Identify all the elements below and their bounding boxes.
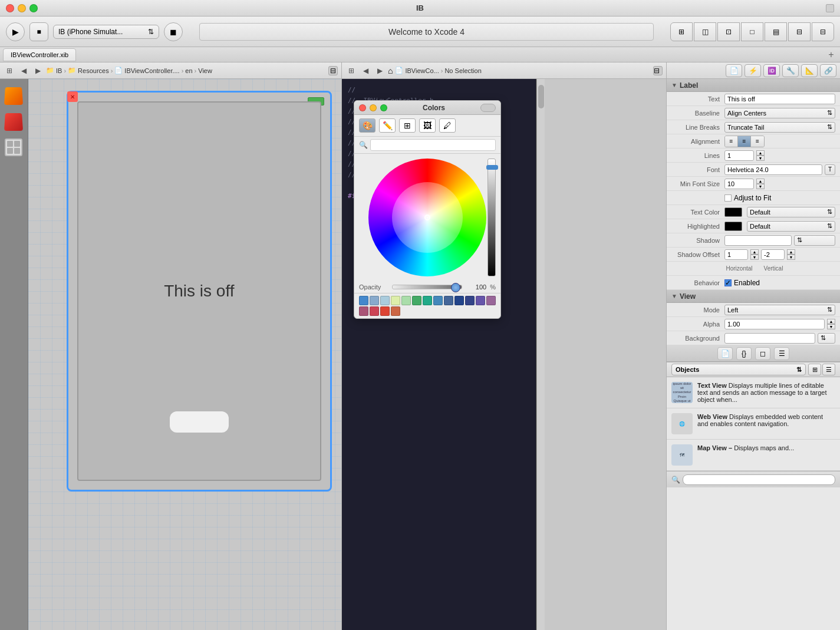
shadowoffset-h-increment[interactable]: ▲ — [750, 249, 759, 255]
breadcrumb-view[interactable]: View — [198, 67, 212, 74]
view-btn-debug[interactable]: ◫ — [694, 22, 716, 41]
cube-red-icon[interactable] — [3, 111, 24, 132]
scrollbar-thumb[interactable] — [538, 85, 544, 108]
alpha-input[interactable] — [724, 319, 825, 329]
brightness-slider-thumb[interactable] — [486, 165, 498, 170]
opacity-thumb[interactable] — [451, 283, 460, 292]
cube-orange-icon[interactable] — [3, 85, 24, 106]
inspector-identity-btn[interactable]: 🆔 — [763, 64, 780, 77]
color-swatch[interactable] — [476, 296, 485, 305]
color-swatch[interactable] — [454, 296, 464, 305]
background-swatch[interactable] — [724, 333, 815, 344]
view-btn-utilities[interactable]: ⊟ — [788, 22, 811, 41]
breadcrumb-ib[interactable]: IB — [56, 67, 62, 74]
iphone-close-button[interactable]: ✕ — [67, 91, 78, 102]
shadow-swatch[interactable] — [724, 235, 792, 246]
grid-view-icon[interactable] — [3, 137, 24, 158]
color-swatch[interactable] — [380, 306, 390, 316]
minfont-decrement-button[interactable]: ▼ — [756, 184, 765, 189]
code-back-button[interactable]: ◀ — [360, 65, 371, 77]
color-swatch[interactable] — [486, 296, 496, 305]
shadowoffset-h-input[interactable] — [724, 249, 748, 260]
color-swatch[interactable] — [391, 296, 400, 305]
close-button[interactable] — [6, 4, 14, 12]
adjusttofit-checkbox[interactable] — [724, 194, 732, 202]
font-input[interactable] — [724, 164, 822, 175]
highlighted-dropdown[interactable]: Default ⇅ — [747, 221, 835, 232]
shadowoffset-v-input[interactable] — [761, 249, 785, 260]
shadowoffset-v-increment[interactable]: ▲ — [787, 249, 795, 255]
color-swatch[interactable] — [380, 296, 390, 305]
text-input[interactable] — [724, 94, 835, 104]
alpha-decrement[interactable]: ▼ — [827, 324, 835, 329]
view-btn-organizer[interactable]: ⊟ — [812, 22, 834, 41]
grid-icon[interactable]: ⊞ — [4, 65, 15, 77]
lines-input[interactable] — [724, 150, 754, 161]
behavior-enabled-checkbox[interactable]: ✓ — [724, 279, 732, 286]
lines-increment-button[interactable]: ▲ — [756, 150, 765, 156]
inspector-tab-object[interactable]: ◻ — [755, 347, 770, 360]
colors-search-input[interactable] — [370, 139, 496, 151]
view-section-collapse-icon[interactable]: ▼ — [671, 293, 677, 299]
iphone-toggle-button[interactable] — [170, 411, 229, 433]
colors-switch[interactable] — [480, 104, 496, 112]
zoom-button[interactable] — [29, 4, 38, 12]
stop-button[interactable]: ■ — [29, 22, 48, 41]
code-scrollbar[interactable] — [536, 79, 545, 630]
add-tab-button[interactable]: + — [825, 49, 837, 61]
breadcrumb-resources[interactable]: Resources — [78, 67, 109, 74]
color-image-mode-btn[interactable]: 🖼 — [419, 118, 436, 133]
code-grid-icon[interactable]: ⊞ — [345, 65, 357, 77]
color-swatch[interactable] — [359, 306, 368, 316]
colors-minimize-btn[interactable] — [370, 104, 377, 111]
baseline-dropdown[interactable]: Align Centers ⇅ — [724, 108, 835, 118]
view-btn-assistant[interactable]: ⊡ — [717, 22, 740, 41]
color-crayon-mode-btn[interactable]: ✏️ — [379, 118, 396, 133]
run-button[interactable]: ▶ — [6, 22, 25, 41]
objects-list-view-button[interactable]: ☰ — [822, 364, 835, 375]
toggle-code-button[interactable]: ⊟ — [653, 66, 663, 75]
view-btn-standard[interactable]: □ — [741, 22, 763, 41]
inspector-file-btn[interactable]: 📄 — [726, 64, 742, 77]
color-wheel-mode-btn[interactable]: 🎨 — [359, 118, 375, 133]
color-wheel[interactable] — [368, 159, 486, 276]
code-forward-button[interactable]: ▶ — [374, 65, 386, 77]
color-swatch[interactable] — [370, 306, 379, 316]
brightness-slider[interactable] — [487, 159, 496, 276]
opacity-slider[interactable] — [392, 285, 462, 289]
color-swatch[interactable] — [412, 296, 421, 305]
back-nav-button[interactable]: ◀ — [18, 65, 29, 77]
inspector-quick-btn[interactable]: ⚡ — [745, 64, 761, 77]
colors-zoom-btn[interactable] — [380, 104, 387, 111]
inspector-attr-btn[interactable]: 🔧 — [782, 64, 799, 77]
objects-search-input[interactable] — [683, 474, 835, 485]
view-btn-inspectors[interactable]: ▤ — [765, 22, 787, 41]
inspector-connect-btn[interactable]: 🔗 — [820, 64, 836, 77]
mode-dropdown[interactable]: Left ⇅ — [724, 305, 835, 315]
inspector-size-btn[interactable]: 📐 — [801, 64, 818, 77]
minimize-button[interactable] — [18, 4, 26, 12]
code-breadcrumb-nosel[interactable]: No Selection — [444, 67, 481, 74]
align-left-button[interactable]: ≡ — [725, 136, 738, 147]
textcolor-swatch[interactable] — [724, 207, 742, 217]
color-swatch[interactable] — [423, 296, 432, 305]
tab-ibviewcontroller[interactable]: IBViewController.xib — [3, 48, 76, 61]
linebreaks-dropdown[interactable]: Truncate Tail ⇅ — [724, 122, 835, 133]
shadowoffset-v-decrement[interactable]: ▼ — [787, 255, 795, 260]
inspector-tab-file[interactable]: 📄 — [717, 347, 733, 360]
color-swatch[interactable] — [444, 296, 453, 305]
colors-close-btn[interactable] — [359, 104, 366, 111]
align-right-button[interactable]: ≡ — [751, 136, 764, 147]
objects-grid-view-button[interactable]: ⊞ — [808, 364, 821, 375]
forward-nav-button[interactable]: ▶ — [32, 65, 44, 77]
breadcrumb-en[interactable]: en — [185, 67, 192, 74]
code-breadcrumb-file[interactable]: IBViewCo... — [405, 67, 439, 74]
textcolor-dropdown[interactable]: Default ⇅ — [747, 207, 835, 217]
minfont-input[interactable] — [724, 179, 754, 189]
color-wheel-cursor[interactable] — [424, 215, 430, 220]
color-swatch[interactable] — [465, 296, 475, 305]
color-palette-mode-btn[interactable]: ⊞ — [399, 118, 416, 133]
breadcrumb-file[interactable]: IBViewController.... — [124, 67, 179, 74]
lines-decrement-button[interactable]: ▼ — [756, 156, 765, 161]
font-picker-button[interactable]: T — [825, 164, 835, 175]
